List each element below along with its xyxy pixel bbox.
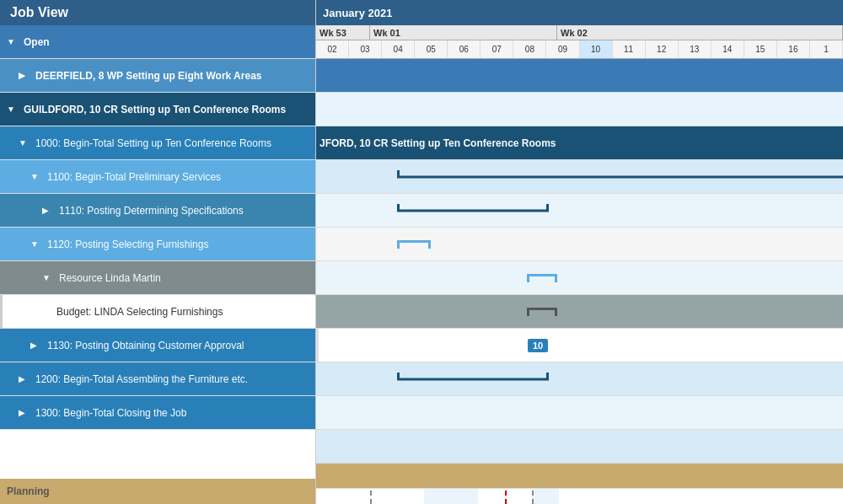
gantt-month-label: January 2021: [323, 7, 392, 19]
day-12: 12: [646, 40, 679, 58]
day-11: 11: [613, 40, 646, 58]
sidebar-item-1300[interactable]: ▶ 1300: Begin-Total Closing the Job: [0, 396, 315, 430]
gantt-body: JFORD, 10 CR Setting up Ten Conference R…: [316, 59, 843, 504]
bar-1100-left: [397, 204, 400, 211]
chevron-down-icon: ▼: [19, 138, 30, 147]
resource-gantt-bar: [527, 308, 557, 316]
bar-1110-bracket: [397, 240, 431, 249]
chevron-down-icon: ▼: [30, 172, 42, 181]
chevron-down-icon: ▼: [42, 273, 54, 282]
day-05: 05: [415, 40, 448, 58]
gantt-weeks-row: Wk 53 Wk 01 Wk 02: [316, 25, 843, 40]
guildford-gantt-label: JFORD, 10 CR Setting up Ten Conference R…: [319, 137, 556, 149]
day-10: 10: [580, 40, 613, 58]
gantt-row-budget: 10: [316, 329, 843, 362]
planning-label: Planning: [7, 485, 50, 497]
day-04: 04: [382, 40, 415, 58]
planning-section[interactable]: Planning: [0, 479, 315, 504]
sidebar-item-label: Budget: LINDA Selecting Furnishings: [56, 306, 223, 318]
gantt-row-1000: [316, 160, 843, 194]
sidebar-item-label: Resource Linda Martin: [59, 272, 161, 284]
bar-1000-line: [397, 175, 843, 178]
bar-1130-line: [397, 378, 549, 380]
chevron-right-icon: ▶: [19, 408, 30, 417]
gantt-row-1300: [316, 430, 843, 464]
day-17: 1: [810, 40, 843, 58]
gantt-row-1110: [316, 228, 843, 261]
gantt-row-1100: [316, 194, 843, 228]
sidebar-item-label: 1110: Posting Determining Specifications: [59, 205, 244, 217]
sidebar-item-label: 1000: Begin-Total Setting up Ten Confere…: [35, 137, 271, 149]
budget-value-badge: 10: [528, 339, 548, 352]
sidebar-item-label: GUILDFORD, 10 CR Setting up Ten Conferen…: [24, 104, 286, 115]
bar-1130-right: [546, 373, 549, 379]
gantt-panel: January 2021 Wk 53 Wk 01 Wk 02 02 03 04 …: [316, 0, 843, 504]
chevron-right-icon: ▶: [42, 206, 54, 215]
chevron-right-icon: ▶: [30, 340, 42, 350]
sidebar-item-resource-linda-martin[interactable]: ▼ Resource Linda Martin: [0, 261, 315, 295]
bar-1100-right: [546, 204, 549, 211]
day-08: 08: [513, 40, 546, 58]
chevron-right-icon: ▶: [19, 374, 30, 383]
job-view-header: Job View: [0, 0, 315, 25]
day-13: 13: [679, 40, 711, 58]
sidebar-item-1000[interactable]: ▼ 1000: Begin-Total Setting up Ten Confe…: [0, 126, 315, 160]
gantt-row-1200: [316, 396, 843, 430]
sidebar-item-deerfield[interactable]: ▶ DEERFIELD, 8 WP Setting up Eight Work …: [0, 59, 315, 93]
gantt-days-row: 02 03 04 05 06 07 08 09 10 11 12 13 14 1…: [316, 40, 843, 59]
week-01-label: Wk 01: [370, 25, 557, 40]
gantt-row-deerfield: [316, 93, 843, 126]
chevron-down-icon: ▼: [7, 105, 19, 114]
sidebar-item-guildford[interactable]: ▼ GUILDFORD, 10 CR Setting up Ten Confer…: [0, 93, 315, 126]
day-07: 07: [481, 40, 513, 58]
bar-1120-bracket: [527, 274, 557, 282]
gantt-row-open: [316, 59, 843, 93]
sidebar-item-1120[interactable]: ▼ 1120: Posting Selecting Furnishings: [0, 228, 315, 261]
bar-1000-left-bracket: [397, 170, 400, 177]
chevron-right-icon: ▶: [19, 71, 30, 80]
chevron-down-icon: ▼: [7, 37, 19, 46]
day-15: 15: [744, 40, 777, 58]
sidebar-item-label: 1120: Posting Selecting Furnishings: [47, 239, 208, 250]
gantt-row-planning: [316, 464, 843, 489]
sidebar-item-label: DEERFIELD, 8 WP Setting up Eight Work Ar…: [35, 70, 261, 82]
main-container: Job View ▼ Open ▶ DEERFIELD, 8 WP Settin…: [0, 0, 843, 504]
day-09: 09: [546, 40, 579, 58]
week-53-label: Wk 53: [316, 25, 370, 40]
sidebar-item-1200[interactable]: ▶ 1200: Begin-Total Assembling the Furni…: [0, 362, 315, 396]
tree-rows: ▼ Open ▶ DEERFIELD, 8 WP Setting up Eigh…: [0, 25, 315, 479]
day-03: 03: [349, 40, 382, 58]
gantt-header: January 2021: [316, 0, 843, 25]
gantt-row-1130: [316, 362, 843, 396]
gantt-row-guildford: JFORD, 10 CR Setting up Ten Conference R…: [316, 126, 843, 160]
sidebar-item-open[interactable]: ▼ Open: [0, 25, 315, 59]
sidebar-item-label: Open: [24, 36, 50, 48]
sidebar-item-label: 1200: Begin-Total Assembling the Furnitu…: [35, 373, 248, 385]
day-16: 16: [777, 40, 810, 58]
sidebar-item-1130[interactable]: ▶ 1130: Posting Obtaining Customer Appro…: [0, 329, 315, 362]
day-14: 14: [711, 40, 744, 58]
job-view-title: Job View: [10, 5, 68, 20]
sidebar-item-label: 1130: Posting Obtaining Customer Approva…: [47, 340, 244, 351]
day-02: 02: [316, 40, 349, 58]
sidebar-item-1110[interactable]: ▶ 1110: Posting Determining Specificatio…: [0, 194, 315, 228]
week-02-label: Wk 02: [557, 25, 843, 40]
sidebar-item-1100[interactable]: ▼ 1100: Begin-Total Preliminary Services: [0, 160, 315, 194]
bar-1100-line: [397, 209, 549, 212]
day-06: 06: [448, 40, 481, 58]
sidebar-item-label: 1300: Begin-Total Closing the Job: [35, 407, 186, 419]
gantt-row-1120: [316, 261, 843, 295]
left-panel: Job View ▼ Open ▶ DEERFIELD, 8 WP Settin…: [0, 0, 316, 504]
sidebar-item-budget-linda[interactable]: Budget: LINDA Selecting Furnishings: [0, 295, 315, 329]
bar-1130-left: [397, 373, 400, 379]
chevron-down-icon: ▼: [30, 239, 42, 249]
sidebar-item-label: 1100: Begin-Total Preliminary Services: [47, 171, 221, 183]
gantt-row-resource: [316, 295, 843, 329]
